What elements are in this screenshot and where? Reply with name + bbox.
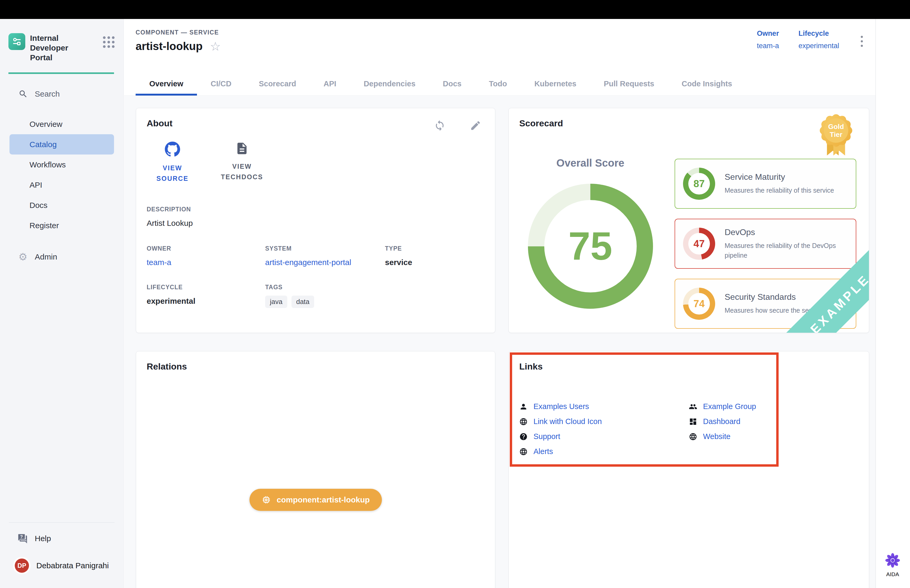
user-profile[interactable]: DP Debabrata Panigrahi xyxy=(15,559,123,573)
field-owner: OWNER team-a xyxy=(147,245,265,267)
description-value: Artist Lookup xyxy=(147,219,485,228)
sidebar-item-overview[interactable]: Overview xyxy=(0,114,123,134)
tab-dependencies[interactable]: Dependencies xyxy=(350,79,429,95)
lifecycle-field-label: LIFECYCLE xyxy=(147,284,265,291)
overall-score-ring: 75 xyxy=(528,184,653,309)
lifecycle-field-value: experimental xyxy=(147,297,265,305)
link-examples-users[interactable]: Examples Users xyxy=(519,399,689,414)
aida-button[interactable]: AIDA xyxy=(880,553,905,577)
relations-entity-chip[interactable]: component:artist-lookup xyxy=(249,489,382,511)
view-source-button[interactable]: VIEW SOURCE xyxy=(149,142,196,184)
link-label: Alerts xyxy=(533,447,553,456)
tab-scorecard[interactable]: Scorecard xyxy=(245,79,310,95)
sidebar-item-catalog[interactable]: Catalog xyxy=(10,134,114,155)
edit-button[interactable] xyxy=(470,120,481,132)
link-label: Website xyxy=(703,432,731,441)
tab-code-insights[interactable]: Code Insights xyxy=(668,79,746,95)
view-techdocs-button[interactable]: VIEW TECHDOCS xyxy=(218,142,266,184)
user-icon xyxy=(519,402,528,411)
document-icon xyxy=(235,142,249,155)
tab-overview[interactable]: Overview xyxy=(136,79,197,95)
sidebar-item-docs[interactable]: Docs xyxy=(0,195,123,215)
link-cloud-icon[interactable]: Link with Cloud Icon xyxy=(519,414,689,429)
about-card: About VIEW SOURCE xyxy=(136,108,495,333)
overall-score-block: Overall Score 75 xyxy=(527,157,653,309)
system-field-value[interactable]: artist-engagement-portal xyxy=(265,258,385,267)
gold-tier-badge: Gold Tier xyxy=(817,113,855,160)
link-alerts[interactable]: Alerts xyxy=(519,444,689,459)
sidebar-search[interactable]: Search xyxy=(18,89,123,99)
score-ring: 87 xyxy=(683,168,715,200)
user-name: Debabrata Panigrahi xyxy=(36,561,109,570)
tag-chip[interactable]: data xyxy=(291,296,314,308)
top-black-bar xyxy=(0,0,910,19)
relations-title: Relations xyxy=(147,361,485,372)
sidebar-item-label: Workflows xyxy=(29,160,66,169)
github-icon xyxy=(165,142,180,157)
tab-cicd[interactable]: CI/CD xyxy=(197,79,245,95)
link-example-group[interactable]: Example Group xyxy=(689,399,858,414)
sidebar-item-label: Overview xyxy=(29,120,62,129)
brand-underline xyxy=(8,73,114,74)
overall-score-label: Overall Score xyxy=(527,157,653,169)
link-label: Dashboard xyxy=(703,417,740,426)
tab-api[interactable]: API xyxy=(310,79,350,95)
link-website[interactable]: Website xyxy=(689,429,858,444)
owner-field-label: OWNER xyxy=(147,245,265,252)
app-title: Internal Developer Portal xyxy=(30,33,91,62)
score-ring: 74 xyxy=(683,288,715,320)
score-value: 87 xyxy=(683,168,715,200)
owner-field-value[interactable]: team-a xyxy=(147,258,265,267)
tab-docs[interactable]: Docs xyxy=(429,79,475,95)
tab-pull-requests[interactable]: Pull Requests xyxy=(590,79,668,95)
badge-line2: Tier xyxy=(830,131,842,139)
tab-kubernetes[interactable]: Kubernetes xyxy=(520,79,590,95)
owner-block: Owner team-a xyxy=(757,29,779,50)
avatar: DP xyxy=(15,559,29,573)
sidebar-item-label: Docs xyxy=(29,201,47,210)
sidebar-item-workflows[interactable]: Workflows xyxy=(0,155,123,175)
search-icon xyxy=(18,89,28,99)
view-source-label: VIEW SOURCE xyxy=(149,163,196,184)
link-label: Examples Users xyxy=(533,402,589,411)
help-icon xyxy=(519,433,528,441)
sidebar-item-admin[interactable]: ⚙ Admin xyxy=(18,252,123,262)
sidebar-item-api[interactable]: API xyxy=(0,175,123,195)
aida-label: AIDA xyxy=(880,571,905,577)
help-button[interactable]: ? Help xyxy=(18,533,123,544)
search-label: Search xyxy=(35,89,60,99)
tab-bar: Overview CI/CD Scorecard API Dependencie… xyxy=(136,79,746,95)
tag-chip[interactable]: java xyxy=(265,296,287,308)
favorite-star-icon[interactable]: ☆ xyxy=(210,40,221,52)
relations-card: Relations component:artist-lookup xyxy=(136,351,495,588)
apps-grid-icon[interactable] xyxy=(103,36,115,48)
lifecycle-label: Lifecycle xyxy=(798,29,839,38)
field-tags: TAGS java data xyxy=(265,284,385,308)
example-ribbon-wrap: EXAMPLE xyxy=(745,209,869,333)
example-ribbon: EXAMPLE xyxy=(757,221,869,333)
field-system: SYSTEM artist-engagement-portal xyxy=(265,245,385,267)
sidebar-item-label: Register xyxy=(29,221,59,230)
app-logo[interactable] xyxy=(8,33,25,50)
kebab-menu-icon[interactable] xyxy=(859,36,865,50)
group-icon xyxy=(689,402,697,411)
sidebar-item-label: API xyxy=(29,181,42,189)
sidebar-nav: Overview Catalog Workflows API Docs Regi… xyxy=(0,114,123,236)
sidebar: Internal Developer Portal Search Overvie… xyxy=(0,19,124,588)
link-dashboard[interactable]: Dashboard xyxy=(689,414,858,429)
sidebar-item-register[interactable]: Register xyxy=(0,215,123,236)
sidebar-bottom: ? Help DP Debabrata Panigrahi xyxy=(0,522,123,588)
score-value: 74 xyxy=(683,288,715,320)
owner-value[interactable]: team-a xyxy=(757,42,779,50)
lifecycle-value[interactable]: experimental xyxy=(798,42,839,50)
score-description: Measures the reliability of this service xyxy=(725,186,834,195)
sliders-icon xyxy=(12,37,22,47)
svg-text:?: ? xyxy=(20,534,23,539)
link-support[interactable]: Support xyxy=(519,429,689,444)
breadcrumb: COMPONENT — SERVICE xyxy=(136,29,219,36)
brand: Internal Developer Portal xyxy=(0,19,123,62)
refresh-button[interactable] xyxy=(434,120,446,132)
field-type: TYPE service xyxy=(385,245,485,267)
tab-todo[interactable]: Todo xyxy=(475,79,521,95)
entity-header: COMPONENT — SERVICE artist-lookup ☆ Owne… xyxy=(124,19,876,96)
